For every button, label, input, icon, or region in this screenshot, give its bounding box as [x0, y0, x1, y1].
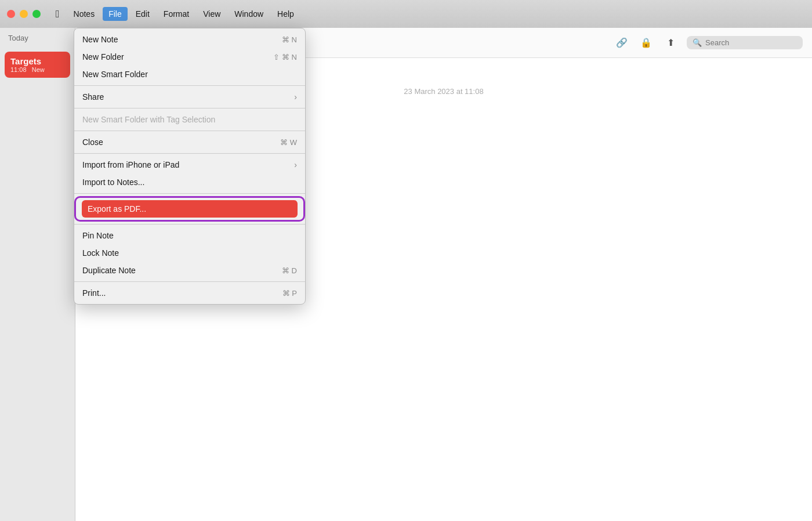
apple-menu[interactable]: 	[50, 6, 66, 23]
separator-5	[74, 193, 305, 194]
targets-meta: 11:08 New	[10, 66, 64, 73]
search-input[interactable]	[705, 38, 792, 47]
menu-item-close-label: Close	[82, 138, 103, 147]
menu-item-share-label: Share	[82, 92, 104, 102]
targets-title: Targets	[10, 56, 64, 66]
separator-6	[74, 224, 305, 225]
file-menu[interactable]: File	[103, 7, 128, 21]
menu-item-new-smart-folder-tag: New Smart Folder with Tag Selection	[74, 111, 305, 128]
sidebar-today-label: Today	[0, 28, 75, 48]
format-menu[interactable]: Format	[158, 7, 195, 21]
close-button[interactable]	[7, 10, 15, 18]
notes-menu[interactable]: Notes	[68, 7, 101, 21]
menu-item-print-label: Print...	[82, 288, 106, 298]
sidebar-item-targets[interactable]: Targets 11:08 New	[5, 52, 70, 78]
menu-item-export-pdf[interactable]: Export as PDF...	[82, 200, 298, 218]
menu-item-new-smart-folder-label: New Smart Folder	[82, 70, 148, 79]
menu-item-close[interactable]: Close ⌘ W	[74, 133, 305, 151]
menu-item-new-folder[interactable]: New Folder ⇧ ⌘ N	[74, 48, 305, 66]
help-menu[interactable]: Help	[271, 7, 300, 21]
menu-item-duplicate-note-label: Duplicate Note	[82, 266, 136, 275]
search-icon: 🔍	[693, 38, 702, 47]
separator-4	[74, 153, 305, 154]
file-dropdown-overlay: New Note ⌘ N New Folder ⇧ ⌘ N New Smart …	[74, 28, 306, 305]
view-menu[interactable]: View	[197, 7, 226, 21]
file-dropdown-menu: New Note ⌘ N New Folder ⇧ ⌘ N New Smart …	[74, 28, 306, 305]
maximize-button[interactable]	[32, 10, 41, 18]
menu-item-import-to-notes[interactable]: Import to Notes...	[74, 173, 305, 191]
separator-2	[74, 108, 305, 108]
menu-item-duplicate-note-shortcut: ⌘ D	[282, 266, 297, 275]
lock-icon[interactable]: 🔒	[638, 35, 654, 51]
menu-item-share[interactable]: Share ›	[74, 88, 305, 106]
separator-1	[74, 85, 305, 86]
menu-item-close-shortcut: ⌘ W	[280, 138, 297, 147]
menu-item-new-note-label: New Note	[82, 35, 118, 44]
menu-item-share-arrow: ›	[294, 92, 297, 102]
menubar:  Notes File Edit Format View Window Hel…	[0, 0, 812, 28]
minimize-button[interactable]	[20, 10, 28, 18]
search-bar[interactable]: 🔍	[687, 36, 803, 49]
menu-item-duplicate-note[interactable]: Duplicate Note ⌘ D	[74, 262, 305, 279]
menu-item-lock-note[interactable]: Lock Note	[74, 244, 305, 262]
window-menu[interactable]: Window	[229, 7, 269, 21]
menu-item-import-to-notes-label: Import to Notes...	[82, 178, 144, 187]
menu-item-import-iphone[interactable]: Import from iPhone or iPad ›	[74, 156, 305, 173]
export-highlight-box: Export as PDF...	[74, 196, 305, 222]
menu-item-new-folder-label: New Folder	[82, 52, 124, 61]
menu-item-new-smart-folder-tag-label: New Smart Folder with Tag Selection	[82, 115, 215, 124]
menu-item-new-note[interactable]: New Note ⌘ N	[74, 31, 305, 48]
menu-item-new-note-shortcut: ⌘ N	[282, 35, 297, 44]
menu-item-import-iphone-arrow: ›	[294, 160, 297, 169]
menu-item-print-shortcut: ⌘ P	[282, 289, 297, 298]
targets-time: 11:08	[10, 66, 27, 73]
menu-item-pin-note[interactable]: Pin Note	[74, 227, 305, 244]
traffic-lights	[7, 10, 41, 18]
separator-3	[74, 131, 305, 131]
edit-menu[interactable]: Edit	[130, 7, 155, 21]
share-icon[interactable]: ⬆	[662, 35, 679, 51]
menu-item-new-smart-folder[interactable]: New Smart Folder	[74, 66, 305, 83]
separator-7	[74, 281, 305, 282]
menu-item-import-iphone-label: Import from iPhone or iPad	[82, 160, 179, 169]
menu-item-new-folder-shortcut: ⇧ ⌘ N	[273, 53, 297, 61]
sidebar: Today Targets 11:08 New	[0, 28, 75, 521]
menu-item-print[interactable]: Print... ⌘ P	[74, 284, 305, 302]
targets-badge: New	[32, 66, 45, 73]
menu-item-export-pdf-label: Export as PDF...	[88, 204, 146, 214]
menu-item-lock-note-label: Lock Note	[82, 248, 119, 258]
menu-item-pin-note-label: Pin Note	[82, 231, 114, 240]
collaborate-icon[interactable]: 🔗	[614, 35, 630, 51]
